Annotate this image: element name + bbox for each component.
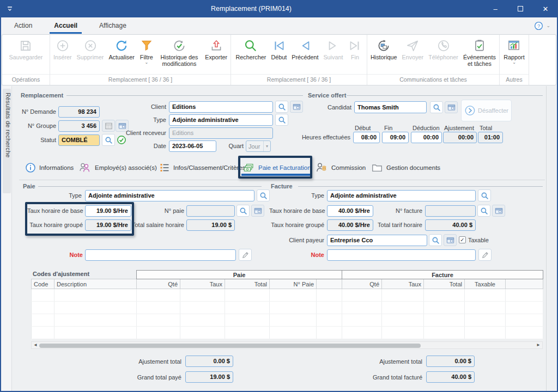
ribbon-group-operations: Sauvegarder Opérations <box>2 35 50 85</box>
quart-dropdown[interactable]: Jour▾ <box>246 140 271 152</box>
client-payeur-field[interactable]: Entreprise Cco <box>327 235 427 246</box>
delete-icon <box>83 39 98 53</box>
last-icon <box>348 39 362 53</box>
no-groupe-field[interactable]: 3 456 <box>58 120 100 132</box>
search-icon <box>481 192 489 200</box>
no-facture-search-button[interactable] <box>477 205 490 217</box>
phone-icon <box>436 39 451 53</box>
taxable-checkbox[interactable] <box>459 236 466 243</box>
tab-commission[interactable]: Commission <box>315 160 366 175</box>
total-tarif-label: Total tarif horaire <box>369 219 422 231</box>
filter-button[interactable]: Filtre⌄ <box>137 38 156 65</box>
statut-field[interactable]: COMBLÉ <box>58 134 100 146</box>
history-button[interactable]: Historique <box>368 38 399 62</box>
paie-note-edit-button[interactable] <box>239 249 252 261</box>
desaffecter-button[interactable]: Désaffecter <box>461 100 512 121</box>
export-button[interactable]: Exporter <box>203 38 229 62</box>
modification-history-button[interactable]: Historique des modifications <box>156 38 202 69</box>
no-paie-search-button[interactable] <box>236 205 250 217</box>
events-tasks-button[interactable]: Événements et tâches <box>461 38 498 69</box>
grand-total-facture-field: 40.00 $ <box>426 371 475 383</box>
tab-paie-et-facturation[interactable]: Paie et Facturation <box>243 160 311 175</box>
search-icon <box>239 207 247 215</box>
paie-taux-groupe-label: Taux horaire groupé <box>27 219 83 231</box>
next-record-button: Suivant <box>321 38 345 62</box>
client-open-button[interactable] <box>290 101 303 113</box>
search-icon <box>244 39 258 53</box>
client-payeur-open-button[interactable] <box>444 234 457 246</box>
previous-record-button[interactable]: Précédent <box>289 38 320 62</box>
heures-effectuees-label: Heures effectuées <box>297 132 350 143</box>
scroll-right-icon[interactable]: ► <box>535 342 542 348</box>
tab-infos-classement-criteres[interactable]: Infos/Classement/Critères <box>159 160 245 175</box>
no-demande-label: N° Demande <box>10 106 56 118</box>
maximize-button[interactable] <box>508 0 533 17</box>
grand-total-paye-field: 19.00 $ <box>185 371 233 383</box>
group-title-paie: Paie <box>23 183 35 189</box>
facture-note-field[interactable] <box>327 249 476 261</box>
help-button[interactable]: ⌄ <box>534 21 557 30</box>
taxable-label: Taxable <box>468 235 498 246</box>
refresh-button[interactable]: Actualiser <box>106 38 136 62</box>
chevron-down-icon: ⌄ <box>512 61 516 64</box>
candidat-open-button[interactable] <box>445 101 458 113</box>
heures-deduction-field[interactable]: 00:00 <box>411 132 442 143</box>
paie-type-search-button[interactable] <box>257 189 270 201</box>
ribbon-group-communications: Historique Envoyer Téléphoner Événements… <box>367 35 500 85</box>
scroll-left-icon[interactable]: ◄ <box>32 342 39 348</box>
facture-taux-base-field[interactable]: 40.00 $/Hre <box>327 205 373 217</box>
search-button[interactable]: Rechercher <box>234 38 269 62</box>
phone-button: Téléphoner <box>426 38 460 62</box>
candidat-search-button[interactable] <box>430 101 443 113</box>
paie-taux-base-field[interactable]: 19.00 $/Hre <box>85 205 131 217</box>
group-title-remplacement: Remplacement <box>21 92 63 99</box>
no-paie-open-button[interactable] <box>251 205 264 217</box>
tab-gestion-documents[interactable]: Gestion documents <box>371 160 440 175</box>
no-paie-field <box>186 205 235 217</box>
chevron-down-icon: ⌄ <box>144 61 148 64</box>
facture-note-edit-button[interactable] <box>478 249 492 261</box>
folder-icon <box>447 103 456 112</box>
no-demande-field[interactable]: 98 234 <box>58 106 100 118</box>
client-payeur-search-button[interactable] <box>429 234 442 246</box>
report-button[interactable]: Rapport⌄ <box>501 38 526 65</box>
candidat-field[interactable]: Thomas Smith <box>354 101 427 113</box>
facture-type-field[interactable]: Adjointe administrative <box>327 190 476 201</box>
menu-tab-affichage[interactable]: Affichage <box>98 19 128 32</box>
col-qte-facture: Qté <box>342 279 382 289</box>
facture-ajustement-total-label: Ajustement total <box>368 356 422 367</box>
facture-type-label: Type <box>294 190 324 201</box>
insert-icon <box>56 39 70 53</box>
heures-fin-field[interactable]: 09:00 <box>382 132 409 143</box>
client-search-button[interactable] <box>275 101 288 113</box>
horizontal-scrollbar[interactable]: ◄ ► <box>31 341 543 349</box>
paie-type-field[interactable]: Adjointe administrative <box>85 190 254 201</box>
search-results-panel-tab[interactable]: Résultats de recherche <box>1 86 12 391</box>
menu-tab-action[interactable]: Action <box>13 19 33 32</box>
paie-note-field[interactable] <box>85 249 236 261</box>
type-search-button[interactable] <box>275 114 288 126</box>
facture-type-search-button[interactable] <box>478 189 491 201</box>
scrollbar-thumb[interactable] <box>39 344 421 348</box>
heures-debut-field[interactable]: 08:00 <box>353 132 380 143</box>
first-record-button[interactable]: Début <box>269 38 289 62</box>
ribbon-group-autres: Rapport⌄ Autres <box>500 35 529 85</box>
menu-tab-accueil[interactable]: Accueil <box>53 19 78 32</box>
client-field[interactable]: Editions <box>169 101 273 113</box>
tab-informations[interactable]: Informations <box>25 160 74 175</box>
col-description: Description <box>54 279 137 289</box>
folder-icon <box>293 103 301 111</box>
date-field[interactable]: 2023-06-05 <box>169 140 216 152</box>
facture-taux-groupe-label: Taux horaire groupé <box>269 219 324 231</box>
close-button[interactable]: ✕ <box>533 0 558 17</box>
type-field[interactable]: Adjointe administrative <box>169 114 273 126</box>
active-tab-underline <box>241 174 310 176</box>
statut-search-button[interactable] <box>102 134 115 146</box>
tab-employes-associes[interactable]: Employé(s) associé(s) <box>78 160 157 175</box>
calendar-button[interactable] <box>102 120 115 132</box>
heures-col-fin: Fin <box>384 125 392 131</box>
minimize-button[interactable]: – <box>483 0 508 17</box>
col-total-facture: Total <box>424 279 465 289</box>
app-menu-icon[interactable] <box>0 4 20 13</box>
no-facture-open-button[interactable] <box>492 205 505 217</box>
